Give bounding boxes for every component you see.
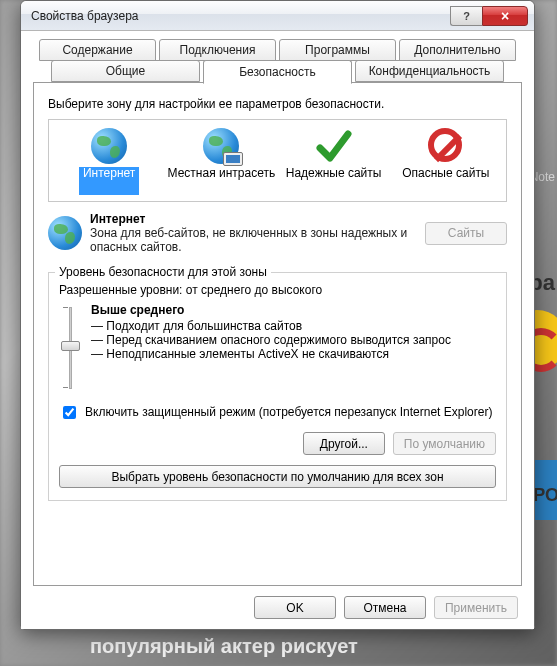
- dialog-footer: OK Отмена Применить: [33, 586, 522, 619]
- help-button[interactable]: ?: [450, 6, 482, 26]
- zone-internet[interactable]: Интернет: [53, 126, 165, 197]
- zone-description: Интернет Зона для веб-сайтов, не включен…: [90, 212, 417, 254]
- globe-icon: [48, 216, 82, 250]
- reset-all-zones-button[interactable]: Выбрать уровень безопасности по умолчани…: [59, 465, 496, 488]
- tab-privacy[interactable]: Конфиденциальность: [355, 60, 504, 82]
- zone-label: Опасные сайты: [402, 167, 489, 195]
- tab-strip: Содержание Подключения Программы Дополни…: [33, 39, 522, 83]
- apply-button[interactable]: Применить: [434, 596, 518, 619]
- zone-intranet[interactable]: Местная интрасеть: [165, 126, 277, 197]
- protected-mode-label: Включить защищенный режим (потребуется п…: [85, 405, 492, 419]
- group-legend: Уровень безопасности для этой зоны: [55, 265, 271, 279]
- zone-label: Интернет: [79, 167, 139, 195]
- zone-name: Интернет: [90, 212, 145, 226]
- protected-mode-row[interactable]: Включить защищенный режим (потребуется п…: [59, 405, 496, 422]
- default-level-button[interactable]: По умолчанию: [393, 432, 496, 455]
- security-level-name: Выше среднего: [91, 303, 496, 317]
- security-bullets: Подходит для большинства сайтов Перед ск…: [91, 319, 496, 361]
- prohibit-icon: [428, 128, 464, 164]
- tab-security[interactable]: Безопасность: [203, 60, 352, 84]
- security-slider[interactable]: [59, 303, 81, 393]
- tab-general[interactable]: Общие: [51, 60, 200, 82]
- tab-programs[interactable]: Программы: [279, 39, 396, 61]
- zone-desc-text: Зона для веб-сайтов, не включенных в зон…: [90, 226, 417, 254]
- ok-button[interactable]: OK: [254, 596, 336, 619]
- titlebar[interactable]: Свойства браузера ? ×: [21, 1, 534, 31]
- zone-label: Местная интрасеть: [168, 167, 276, 195]
- bg-text: популярный актер рискует: [90, 635, 358, 658]
- zone-label: Надежные сайты: [286, 167, 382, 195]
- protected-mode-checkbox[interactable]: [63, 406, 76, 419]
- intranet-icon: [203, 128, 239, 164]
- dialog-window: Свойства браузера ? × Содержание Подключ…: [20, 0, 535, 630]
- tab-connections[interactable]: Подключения: [159, 39, 276, 61]
- tab-panel-security: Выберите зону для настройки ее параметро…: [33, 82, 522, 586]
- tab-advanced[interactable]: Дополнительно: [399, 39, 516, 61]
- globe-icon: [91, 128, 127, 164]
- cancel-button[interactable]: Отмена: [344, 596, 426, 619]
- zone-trusted[interactable]: Надежные сайты: [278, 126, 390, 197]
- custom-level-button[interactable]: Другой...: [303, 432, 385, 455]
- allowed-levels: Разрешенные уровни: от среднего до высок…: [59, 283, 496, 297]
- tab-content[interactable]: Содержание: [39, 39, 156, 61]
- zone-instruction: Выберите зону для настройки ее параметро…: [48, 97, 507, 111]
- slider-thumb[interactable]: [61, 341, 80, 351]
- check-icon: [316, 128, 352, 164]
- zone-list: Интернет Местная интрасеть Надежные сайт…: [48, 119, 507, 202]
- window-title: Свойства браузера: [31, 9, 450, 23]
- sites-button[interactable]: Сайты: [425, 222, 507, 245]
- zone-restricted[interactable]: Опасные сайты: [390, 126, 502, 197]
- close-button[interactable]: ×: [482, 6, 528, 26]
- security-level-group: Уровень безопасности для этой зоны Разре…: [48, 272, 507, 501]
